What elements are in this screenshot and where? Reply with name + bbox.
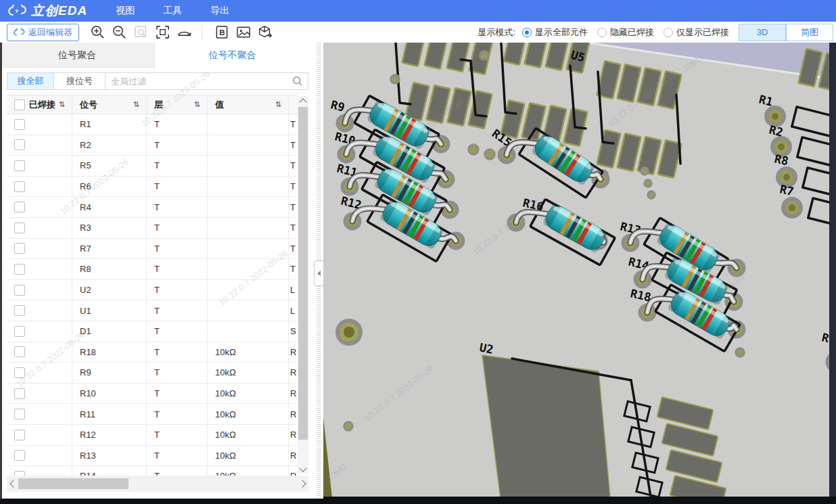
row-checkbox[interactable]: [14, 388, 25, 399]
box-zoom-icon[interactable]: [133, 24, 149, 40]
global-filter-input[interactable]: [106, 73, 287, 89]
tab-designator-grouped[interactable]: 位号聚合: [0, 43, 155, 68]
row-checkbox[interactable]: [14, 430, 25, 440]
cell-footprint-clipped: T: [289, 218, 298, 238]
horizontal-scroll-thumb[interactable]: [18, 478, 129, 489]
table-row[interactable]: R10T10kΩR: [7, 384, 298, 405]
table-row[interactable]: R8TT: [7, 259, 298, 280]
row-checkbox[interactable]: [14, 409, 25, 419]
cell-designator: R2: [72, 135, 147, 156]
row-checkbox[interactable]: [14, 264, 25, 275]
row-checkbox[interactable]: [14, 181, 25, 192]
scroll-up-arrow[interactable]: [298, 96, 308, 106]
table-row[interactable]: U2TL: [7, 280, 298, 301]
sort-icon[interactable]: ⇅: [133, 100, 139, 109]
scroll-down-arrow[interactable]: [298, 464, 308, 474]
3d-export-icon[interactable]: [257, 24, 273, 40]
vertical-scrollbar[interactable]: [298, 96, 308, 474]
radio-hide-soldered[interactable]: 隐藏已焊接: [597, 26, 654, 39]
menu-export[interactable]: 导出: [210, 5, 229, 17]
sort-icon[interactable]: ⇅: [194, 100, 200, 109]
search-designator-button[interactable]: 搜位号: [54, 73, 106, 89]
row-checkbox[interactable]: [14, 202, 25, 212]
cell-footprint-clipped: T: [289, 197, 298, 217]
table-row[interactable]: R2TT: [7, 135, 298, 156]
search-all-button[interactable]: 搜全部: [7, 73, 54, 89]
fit-view-icon[interactable]: [155, 24, 170, 40]
radio-dot[interactable]: [522, 28, 532, 37]
pcb-3d-viewport[interactable]: U5 R9 R10 R11 R12 R15 R16 R13 R14 R18 U2…: [323, 43, 836, 504]
row-checkbox[interactable]: [14, 305, 25, 316]
cell-designator: U1: [72, 300, 147, 321]
menu-view[interactable]: 视图: [116, 5, 135, 17]
table-row[interactable]: R11T10kΩR: [7, 404, 298, 425]
cell-layer: T: [147, 114, 208, 135]
table-row[interactable]: R1TT: [7, 114, 298, 135]
table-row[interactable]: R5TT: [7, 156, 298, 177]
row-checkbox[interactable]: [14, 160, 25, 171]
cell-footprint-clipped: L: [289, 280, 298, 300]
radio-dot[interactable]: [597, 28, 607, 37]
cell-value: 10kΩ: [208, 466, 289, 476]
cell-footprint-clipped: R: [289, 466, 298, 476]
svg-text:B: B: [219, 28, 225, 37]
panel-collapse-button[interactable]: [314, 260, 324, 286]
cell-footprint-clipped: R: [289, 446, 298, 466]
table-row[interactable]: R6TT: [7, 177, 298, 198]
view-3d-button[interactable]: 3D: [739, 24, 786, 41]
pcb-3d-scene[interactable]: U5 R9 R10 R11 R12 R15 R16 R13 R14 R18 U2…: [323, 43, 836, 504]
image-export-icon[interactable]: [235, 24, 251, 40]
table-header: 已焊接 ⇅ 位号 ⇅ 层 ⇅ 值 ⇅: [7, 95, 298, 114]
table-row[interactable]: D1TS: [7, 321, 298, 342]
menu-tools[interactable]: 工具: [163, 5, 182, 17]
via: [485, 150, 494, 159]
row-checkbox[interactable]: [14, 450, 25, 461]
row-checkbox[interactable]: [14, 346, 25, 357]
header-soldered[interactable]: 已焊接 ⇅: [7, 95, 72, 114]
table-row[interactable]: R14T10kΩR: [7, 466, 298, 476]
table-row[interactable]: R4TT: [7, 197, 298, 218]
scroll-left-arrow[interactable]: [7, 476, 18, 492]
row-checkbox[interactable]: [14, 243, 25, 254]
tab-designator-ungrouped[interactable]: 位号不聚合: [155, 43, 310, 68]
header-designator[interactable]: 位号 ⇅: [72, 95, 147, 114]
row-checkbox[interactable]: [14, 139, 25, 150]
radio-only-soldered[interactable]: 仅显示已焊接: [664, 26, 729, 39]
header-value[interactable]: 值 ⇅: [208, 95, 289, 114]
view-schematic-button[interactable]: 简图: [786, 24, 833, 41]
table-row[interactable]: R18T10kΩR: [7, 342, 298, 363]
row-soldered-cell: [7, 218, 72, 238]
table-row[interactable]: R3TT: [7, 218, 298, 239]
row-checkbox[interactable]: [14, 326, 25, 337]
back-to-editor-button[interactable]: 返回编辑器: [7, 24, 79, 41]
select-all-checkbox[interactable]: [14, 99, 25, 110]
vertical-scroll-thumb[interactable]: [298, 107, 308, 440]
sort-icon[interactable]: ⇅: [275, 100, 281, 109]
row-checkbox[interactable]: [14, 285, 25, 296]
radio-dot[interactable]: [664, 28, 673, 37]
table-row[interactable]: U1TL: [7, 300, 298, 321]
row-soldered-cell: [7, 384, 72, 404]
table-row[interactable]: R13T10kΩR: [7, 446, 298, 467]
table-row[interactable]: R7TT: [7, 239, 298, 260]
via: [736, 348, 744, 357]
search-icon[interactable]: [287, 73, 308, 89]
horizontal-scrollbar[interactable]: [7, 476, 308, 492]
header-designator-label: 位号: [80, 99, 97, 111]
row-checkbox[interactable]: [14, 367, 25, 378]
bom-export-icon[interactable]: B: [214, 24, 229, 40]
logo-text: 立创EDA: [31, 2, 87, 20]
scroll-right-arrow[interactable]: [298, 476, 308, 492]
cell-value: 10kΩ: [208, 363, 289, 383]
radio-show-all[interactable]: 显示全部元件: [522, 26, 588, 39]
table-row[interactable]: R9T10kΩR: [7, 363, 298, 384]
zoom-in-icon[interactable]: [90, 24, 106, 40]
row-checkbox[interactable]: [14, 119, 25, 130]
sort-icon[interactable]: ⇅: [59, 100, 65, 109]
rotate-view-icon[interactable]: [177, 24, 192, 40]
row-checkbox[interactable]: [14, 223, 25, 233]
cell-designator: R18: [72, 342, 147, 363]
zoom-out-icon[interactable]: [112, 24, 127, 40]
header-layer[interactable]: 层 ⇅: [147, 95, 208, 114]
table-row[interactable]: R12T10kΩR: [7, 425, 298, 446]
